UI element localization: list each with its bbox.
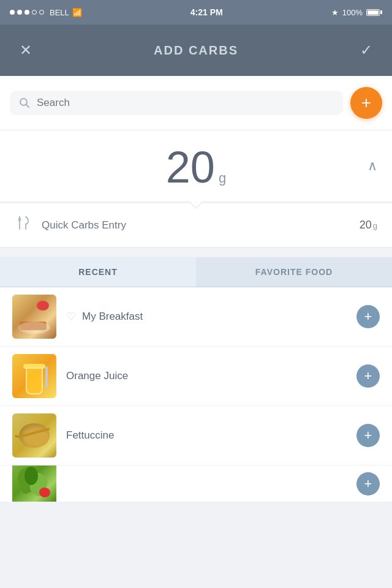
breakfast-art — [12, 295, 56, 339]
list-item: + — [0, 466, 392, 502]
quick-value-number: 20 — [360, 219, 372, 232]
status-left: BELL 📶 — [10, 8, 82, 17]
fork-art — [45, 366, 48, 388]
food-thumbnail-breakfast — [12, 295, 56, 339]
wifi-icon: 📶 — [72, 8, 82, 17]
cutlery-icon — [15, 214, 32, 236]
quick-entry-value: 20 g — [360, 219, 377, 232]
plus-icon: + — [364, 477, 372, 491]
leaf3-art — [24, 467, 38, 485]
dot4 — [32, 10, 37, 15]
add-food-button-fettuccine[interactable]: + — [356, 424, 380, 447]
tabs: RECENT FAVORITE FOOD — [0, 257, 392, 287]
food-list: ♡ My Breakfast + Orange Juice + — [0, 287, 392, 502]
tab-favorite-food[interactable]: FAVORITE FOOD — [196, 257, 392, 287]
status-right: ★ 100% — [331, 8, 382, 17]
dot3 — [24, 10, 29, 15]
dot5 — [39, 10, 44, 15]
battery-body — [366, 9, 380, 16]
page-title: ADD CARBS — [154, 43, 238, 58]
confirm-button[interactable]: ✓ — [355, 39, 377, 61]
food-info-breakfast: ♡ My Breakfast — [66, 310, 347, 323]
header: ✕ ADD CARBS ✓ — [0, 24, 392, 76]
search-icon — [18, 97, 31, 109]
plus-icon: + — [361, 94, 371, 111]
plus-icon: + — [364, 429, 372, 442]
amount-section: 20 g ∧ — [0, 130, 392, 202]
search-input-wrapper — [10, 91, 343, 115]
close-button[interactable]: ✕ — [15, 39, 37, 61]
carrier-label: BELL — [50, 8, 69, 17]
quick-value-unit: g — [373, 221, 377, 230]
status-bar: BELL 📶 4:21 PM ★ 100% — [0, 0, 392, 24]
dot2 — [17, 10, 22, 15]
tab-recent[interactable]: RECENT — [0, 257, 196, 287]
food-thumbnail-fettuccine — [12, 413, 56, 458]
food-info-juice: Orange Juice — [66, 370, 347, 382]
list-item: Orange Juice + — [0, 347, 392, 406]
dot1 — [10, 10, 15, 15]
quick-entry-label: Quick Carbs Entry — [42, 219, 350, 232]
amount-unit: g — [219, 170, 226, 186]
add-button[interactable]: + — [350, 87, 382, 119]
salad-art — [12, 466, 56, 502]
battery-fill — [368, 10, 379, 15]
add-food-button-breakfast[interactable]: + — [356, 305, 380, 328]
food-info-fettuccine: Fettuccine — [66, 429, 347, 442]
search-section: + — [0, 76, 392, 130]
quick-entry-row[interactable]: Quick Carbs Entry 20 g — [0, 203, 392, 247]
food-thumbnail-juice — [12, 354, 56, 398]
plus-icon: + — [364, 310, 372, 323]
plus-icon: + — [364, 369, 372, 383]
collapse-button[interactable]: ∧ — [368, 158, 377, 174]
list-item: Fettuccine + — [0, 406, 392, 466]
bluetooth-icon: ★ — [331, 8, 339, 17]
juice-art — [12, 354, 56, 398]
food-name-fettuccine: Fettuccine — [66, 429, 114, 442]
battery-percent: 100% — [342, 8, 363, 17]
search-input[interactable] — [37, 97, 334, 109]
add-food-button-juice[interactable]: + — [356, 364, 380, 388]
amount-value: 20 — [166, 145, 215, 189]
amount-display: 20 g — [166, 145, 226, 189]
fettuccine-art — [12, 413, 56, 458]
fruit-art — [37, 301, 49, 311]
amount-pointer — [190, 202, 202, 208]
status-time: 4:21 PM — [190, 7, 223, 17]
add-food-button-salad[interactable]: + — [356, 472, 380, 496]
food-name-juice: Orange Juice — [66, 370, 128, 382]
list-item: ♡ My Breakfast + — [0, 287, 392, 347]
food-thumbnail-salad — [12, 466, 56, 502]
food-name-breakfast: My Breakfast — [82, 311, 143, 323]
svg-line-1 — [26, 105, 29, 108]
juice-glass-art — [26, 368, 43, 394]
tomato-art — [39, 488, 50, 497]
plate-art — [18, 322, 50, 334]
battery-tip — [380, 10, 382, 14]
heart-icon: ♡ — [66, 310, 76, 323]
battery-icon — [366, 9, 382, 16]
signal-dots — [10, 10, 44, 15]
